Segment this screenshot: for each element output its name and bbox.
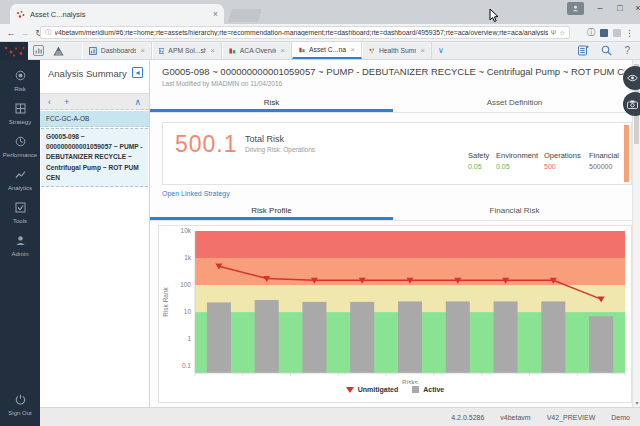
app-tab-health-summary[interactable]: Health Summary × [362, 42, 432, 59]
tab-close-icon[interactable]: × [213, 10, 218, 19]
scrollbar-down-arrow-icon[interactable]: ▾ [633, 399, 640, 406]
person-icon [572, 5, 579, 12]
nav-rail: Risk Strategy Performance Analytics Tool… [0, 60, 40, 426]
sidebar-item-label: Tools [0, 218, 40, 224]
sidebar-item-analytics[interactable]: Analytics [0, 166, 40, 191]
sidebar-item-strategy[interactable]: Strategy [0, 100, 40, 125]
sidebar-item-label: Risk [0, 86, 40, 92]
app-tab-label: Dashboards [101, 47, 137, 54]
tree-item-fcc[interactable]: FCC-GC-A-OB [40, 111, 149, 127]
help-button[interactable]: ? [624, 45, 630, 56]
svg-text:1k: 1k [184, 254, 192, 261]
strategy-icon [15, 103, 26, 114]
driving-risk-text: Driving Risk: Operations [245, 146, 315, 153]
browser-addressbar: ← → ↻ ⓘ v4betavm/meridium/#6;rte=home;rt… [0, 24, 640, 42]
app-tab-asset-criticality-analysis[interactable]: Asset C...nalysis × [292, 42, 362, 59]
chart-legend: Unmitigated Active [159, 386, 631, 393]
extension-icon-2[interactable] [613, 29, 621, 37]
app-tab-close-icon[interactable]: × [280, 46, 285, 55]
tab-risk-profile[interactable]: Risk Profile [150, 202, 393, 220]
app-header-bar: Dashboards × APM Sol...shboard × ACA Ove… [0, 42, 640, 60]
search-icon[interactable] [601, 45, 612, 56]
square-marker-icon [412, 386, 419, 393]
svg-text:1: 1 [187, 335, 191, 342]
analysis-summary-panel: Analysis Summary ◂ ‹ + ∧ FCC-GC-A-OB G00… [40, 60, 150, 407]
translate-icon[interactable]: Ψ [551, 29, 556, 36]
extension-info-icon[interactable]: ⓘ [587, 27, 595, 38]
window-minimize-button[interactable]: – [592, 3, 608, 13]
sidebar-item-performance[interactable]: Performance [0, 133, 40, 158]
legend-unmitigated[interactable]: Unmitigated [346, 386, 398, 393]
svg-text:Risk Rank: Risk Rank [162, 286, 169, 316]
meridium-logo[interactable] [0, 42, 28, 60]
panel-toolbar: ‹ + ∧ [40, 93, 149, 110]
app-tab-close-icon[interactable]: × [350, 45, 355, 54]
panel-collapse-icon[interactable]: ◂ [132, 67, 143, 78]
svg-text:Risks: Risks [402, 379, 419, 384]
dashboard-home-button[interactable] [28, 42, 48, 59]
url-field[interactable]: ⓘ v4betavm/meridium/#6;rte=home;rte=asse… [40, 26, 570, 39]
app-tab-close-icon[interactable]: × [140, 46, 145, 55]
hierarchy-triangle-icon [53, 46, 64, 56]
tab-asset-definition[interactable]: Asset Definition [393, 94, 636, 112]
mouse-cursor [489, 8, 500, 23]
app-tab-close-icon[interactable]: × [420, 46, 425, 55]
meridium-logo-icon [2, 44, 26, 58]
app-tab-dashboards[interactable]: Dashboards × [82, 42, 152, 59]
sidebar-item-admin[interactable]: Admin [0, 232, 40, 257]
browser-tab[interactable]: Asset C...nalysis × [10, 4, 224, 24]
browser-menu-icon[interactable]: ⋮ [625, 28, 634, 38]
tab-overflow-chevron-icon[interactable]: ∨ [432, 42, 450, 59]
browser-tab-title: Asset C...nalysis [30, 10, 208, 19]
collapse-up-icon[interactable]: ∧ [134, 97, 141, 107]
analytics-icon [15, 169, 26, 180]
page-info-icon[interactable]: ⓘ [45, 28, 52, 37]
app-version: 4.2.0.5286 [451, 414, 484, 421]
dashboards-tab-icon [89, 47, 97, 55]
add-icon[interactable]: + [64, 97, 69, 107]
category-label: Operations [544, 151, 581, 160]
selected-analysis-item[interactable]: G0005-098 ~ 000000000001059057 ~ PUMP - … [41, 128, 148, 187]
window-maximize-button[interactable]: □ [612, 3, 628, 13]
browser-forward-button[interactable]: → [18, 28, 32, 38]
sidebar-item-tools[interactable]: Tools [0, 199, 40, 224]
tab-financial-risk[interactable]: Financial Risk [393, 202, 636, 220]
browser-profile-button[interactable] [567, 2, 584, 15]
legend-label: Unmitigated [358, 386, 398, 393]
sign-out-button[interactable]: Sign Out [0, 391, 40, 416]
category-label: Safety [468, 151, 489, 160]
page-title: G0005-098 ~ 000000000001059057 ~ PUMP - … [162, 66, 624, 77]
legend-label: Active [423, 386, 444, 393]
category-value: 500 [544, 163, 581, 170]
app-tab-label: Health Summary [379, 47, 416, 54]
site-view-button[interactable] [623, 66, 640, 90]
power-icon [15, 394, 26, 405]
browser-back-button[interactable]: ← [4, 28, 18, 38]
app-tab-close-icon[interactable]: × [210, 46, 215, 55]
svg-text:10: 10 [184, 308, 192, 315]
app-tab-aca-overview[interactable]: ACA Overview × [222, 42, 292, 59]
asset-hierarchy-button[interactable] [48, 42, 68, 59]
sidebar-item-label: Admin [0, 251, 40, 257]
back-chevron-icon[interactable]: ‹ [48, 97, 51, 107]
main-tabbar: Risk Asset Definition [150, 94, 636, 113]
window-close-button[interactable]: × [630, 3, 640, 13]
sign-out-label: Sign Out [0, 410, 40, 416]
open-linked-strategy-link[interactable]: Open Linked Strategy [162, 190, 230, 197]
tab-risk[interactable]: Risk [150, 94, 393, 112]
extension-icon[interactable] [600, 29, 608, 37]
new-tab-button[interactable] [228, 9, 262, 22]
snapshot-button[interactable] [623, 92, 640, 116]
app-tab-apm-dashboard[interactable]: APM Sol...shboard × [152, 42, 222, 59]
url-text[interactable]: v4betavm/meridium/#6;rte=home;rte=assets… [55, 29, 548, 36]
legend-active[interactable]: Active [412, 386, 444, 393]
eye-icon [627, 74, 638, 82]
bookmark-star-icon[interactable]: ☆ [559, 29, 565, 37]
performance-icon [15, 136, 26, 147]
task-list-icon[interactable] [578, 45, 589, 56]
meridium-favicon-icon [16, 10, 25, 19]
risk-icon [15, 70, 26, 81]
sidebar-item-risk[interactable]: Risk [0, 67, 40, 92]
risk-category-safety: Safety 0.05 [468, 151, 489, 170]
last-modified-text: Last Modified by MIADMIN on 11/04/2016 [162, 80, 282, 87]
